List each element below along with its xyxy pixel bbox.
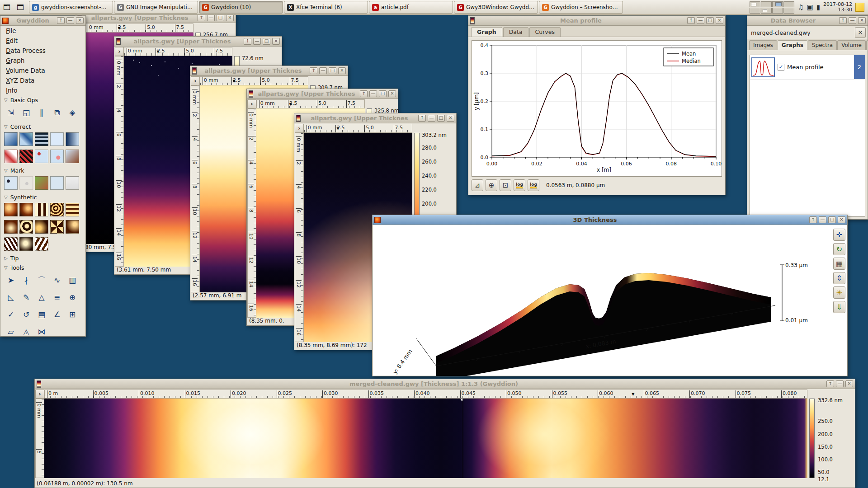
detach-arrow-button[interactable]: › (295, 124, 304, 133)
graph-axes-icon[interactable]: ⊿ (472, 179, 483, 191)
tools-tool-icon[interactable]: △ (35, 291, 48, 304)
synthetic-tool-icon[interactable] (50, 203, 64, 216)
bottom-titlebar[interactable]: merged-cleaned.gwy [Thickness] 1:1.3 (Gw… (35, 379, 855, 389)
shade-icon[interactable]: ↑ (244, 38, 251, 45)
tools-tool-icon[interactable]: ▤ (35, 308, 48, 321)
workspace-cell[interactable] (772, 8, 783, 14)
tools-tool-icon[interactable]: ⊕ (66, 291, 79, 304)
taskbar-button[interactable]: GGwy3DWindow: Gwyddio... (454, 1, 538, 14)
close-icon[interactable]: × (845, 380, 853, 387)
export-icon[interactable]: ⇓ (833, 301, 845, 313)
tools-tool-icon[interactable]: ∤ (19, 273, 33, 287)
close-icon[interactable]: × (388, 90, 396, 97)
basic-ops-tool-icon[interactable]: ◈ (66, 106, 79, 119)
maximize-icon[interactable]: □ (437, 115, 445, 122)
synthetic-tool-icon[interactable] (66, 220, 79, 234)
synthetic-tool-icon[interactable] (19, 203, 33, 216)
correct-tool-icon[interactable] (4, 150, 18, 163)
tab-graph[interactable]: Graph (471, 27, 502, 37)
tab-data[interactable]: Data (503, 27, 528, 37)
section-expander-synthetic[interactable]: ▽Synthetic (0, 192, 85, 202)
tools-tool-icon[interactable]: ▱ (4, 325, 18, 338)
tools-tool-icon[interactable]: ≡ (50, 291, 64, 304)
workspace-cell[interactable] (783, 8, 794, 14)
correct-tool-icon[interactable] (35, 132, 48, 146)
close-icon[interactable]: × (838, 216, 845, 223)
synthetic-tool-icon[interactable] (4, 220, 18, 234)
tools-tool-icon[interactable]: ◬ (19, 325, 33, 338)
volume-icon[interactable]: ♫ (797, 3, 803, 11)
tools-tool-icon[interactable]: ▥ (66, 273, 79, 287)
close-icon[interactable]: × (226, 14, 234, 21)
minimize-icon[interactable]: — (253, 38, 261, 45)
synthetic-tool-icon[interactable] (4, 237, 18, 251)
maximize-icon[interactable]: □ (379, 90, 387, 97)
3d-view[interactable]: 0.33 µm 0.01 µm x: 0.083 m y: 8.4 mm ✛ ↻… (373, 225, 847, 375)
menu-item-volume-data[interactable]: Volume Data (0, 66, 85, 75)
data-window-titlebar[interactable]: allparts.gwy [Upper Thicknes↑—□× (190, 66, 348, 76)
mark-tool-icon[interactable] (4, 176, 18, 190)
scale-view-icon[interactable]: ▦ (833, 258, 845, 270)
maximize-icon[interactable]: □ (217, 14, 224, 21)
minimize-icon[interactable]: — (836, 380, 844, 387)
tools-tool-icon[interactable]: ➤ (4, 273, 18, 287)
shade-icon[interactable]: ↑ (360, 90, 368, 97)
minimize-icon[interactable]: — (819, 216, 826, 223)
light-icon[interactable]: ☀ (833, 286, 845, 299)
tools-tool-icon[interactable]: ∿ (50, 273, 64, 287)
close-icon[interactable]: × (338, 67, 346, 74)
section-expander-tip[interactable]: ▷Tip (0, 253, 85, 263)
minimize-icon[interactable]: — (428, 115, 435, 122)
workspace-cell[interactable] (750, 1, 760, 7)
shade-icon[interactable]: ↑ (826, 380, 834, 387)
close-icon[interactable]: × (76, 17, 84, 24)
close-icon[interactable]: × (447, 115, 454, 122)
taskbar-button[interactable]: GGwyddion – Screenshots... (539, 1, 623, 14)
basic-ops-tool-icon[interactable]: ∥ (35, 106, 48, 119)
minimize-icon[interactable]: — (697, 17, 704, 24)
terminal-launcher-icon[interactable]: 🗖 (14, 0, 27, 14)
z-scale-icon[interactable]: ⇕ (833, 272, 845, 284)
close-icon[interactable]: × (272, 38, 280, 45)
rotate-icon[interactable]: ↻ (833, 243, 845, 255)
data-window-titlebar[interactable]: allparts.gwy [Upper Thicknes↑—□× (247, 89, 398, 99)
detach-arrow-button[interactable]: › (191, 76, 200, 85)
correct-tool-icon[interactable] (66, 132, 79, 146)
synthetic-tool-icon[interactable] (35, 220, 48, 234)
browser-tab-xyz[interactable]: XYZ (866, 40, 868, 50)
taskbar-button[interactable]: XXfce Terminal (6) (284, 1, 368, 14)
maximize-icon[interactable]: □ (263, 38, 270, 45)
section-expander-basic-ops[interactable]: ▽Basic Ops (0, 95, 85, 105)
tools-tool-icon[interactable]: ⊞ (66, 308, 79, 321)
taskbar-button[interactable]: ggwyddion-screenshot-3.... (29, 1, 113, 14)
close-icon[interactable]: × (716, 17, 723, 24)
tab-curves[interactable]: Curves (529, 27, 561, 37)
mark-tool-icon[interactable] (19, 176, 33, 190)
x-log-toggle[interactable]: log (514, 179, 525, 191)
menu-item-file[interactable]: File (0, 26, 85, 36)
data-window-titlebar[interactable]: allparts.gwy [Upper Thicknes↑—□× (294, 113, 456, 123)
zoom-fit-icon[interactable]: ⊡ (500, 179, 511, 191)
minimize-icon[interactable]: — (66, 17, 74, 24)
browser-titlebar[interactable]: Data Browser ↑ — × (747, 16, 868, 26)
graph-plot-area[interactable]: 0.000.020.040.060.080.100.00.10.20.30.4x… (472, 40, 722, 177)
menu-item-edit[interactable]: Edit (0, 36, 85, 46)
notes-icon[interactable] (855, 3, 864, 12)
synthetic-tool-icon[interactable] (35, 237, 48, 251)
tools-tool-icon[interactable]: ↺ (19, 308, 33, 321)
workspace-cell[interactable] (783, 1, 794, 7)
synthetic-tool-icon[interactable] (19, 220, 33, 234)
correct-tool-icon[interactable] (50, 132, 64, 146)
workspace-cell[interactable] (772, 1, 783, 7)
workspace-pager[interactable] (750, 1, 794, 14)
browser-tab-images[interactable]: Images (749, 40, 777, 50)
detach-arrow-button[interactable]: › (115, 47, 124, 56)
toolbox-titlebar[interactable]: Gwyddion ↑ — × (0, 16, 85, 26)
tools-tool-icon[interactable]: ✓ (4, 308, 18, 321)
tools-tool-icon[interactable]: ∠ (50, 308, 64, 321)
taskbar-button[interactable]: aarticle.pdf (369, 1, 453, 14)
correct-tool-icon[interactable] (35, 150, 48, 163)
zoom-in-icon[interactable]: ⊕ (486, 179, 497, 191)
section-expander-correct[interactable]: ▽Correct (0, 122, 85, 131)
minimize-icon[interactable]: — (319, 67, 327, 74)
